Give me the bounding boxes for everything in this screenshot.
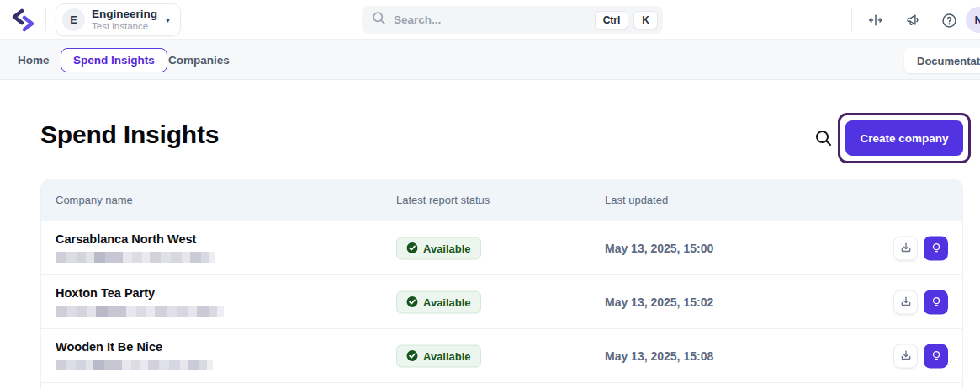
download-report-button[interactable]: [893, 236, 918, 260]
company-name: Carsablanca North West: [56, 232, 196, 246]
download-icon: [899, 296, 913, 309]
workspace-switcher[interactable]: E Engineering Test instance ▾: [56, 3, 181, 36]
lightbulb-icon: [930, 242, 943, 255]
redacted-text: [56, 306, 224, 317]
insights-button[interactable]: [924, 236, 948, 260]
column-company-name: Company name: [56, 194, 133, 206]
workspace-avatar: E: [62, 8, 85, 31]
table-search-icon[interactable]: [814, 129, 833, 147]
table-header: Company name Latest report status Last u…: [41, 179, 962, 221]
page-title: Spend Insights: [40, 120, 219, 149]
nav-item-spend-insights[interactable]: Spend Insights: [61, 48, 167, 72]
create-company-button[interactable]: Create company: [845, 120, 963, 156]
workspace-name: Engineering: [92, 8, 157, 21]
chevron-down-icon: ▾: [166, 15, 170, 24]
redacted-text: [56, 360, 213, 370]
check-circle-icon: [406, 296, 418, 308]
last-updated: May 13, 2025, 15:00: [605, 242, 713, 255]
user-avatar[interactable]: N: [966, 7, 980, 33]
megaphone-icon[interactable]: [903, 10, 923, 30]
search-icon: [372, 11, 386, 29]
lightbulb-icon: [930, 349, 943, 363]
app-logo-icon[interactable]: [10, 7, 37, 34]
panel-resize-icon[interactable]: [866, 10, 886, 30]
divider: [851, 8, 852, 31]
workspace-subtitle: Test instance: [92, 21, 148, 32]
insights-button[interactable]: [924, 344, 948, 368]
download-report-button[interactable]: [893, 344, 918, 368]
primary-nav: Home Spend Insights Companies Documentat…: [0, 40, 980, 80]
last-updated: May 13, 2025, 15:08: [605, 349, 713, 363]
divider: [45, 8, 46, 31]
status-badge: Available: [396, 290, 481, 313]
column-last-updated: Last updated: [605, 194, 668, 206]
lightbulb-icon: [930, 296, 943, 309]
status-badge: Available: [396, 237, 481, 259]
help-icon[interactable]: [939, 10, 959, 30]
shortcut-ctrl-key: Ctrl: [595, 11, 629, 29]
download-icon: [899, 242, 913, 255]
shortcut-k-key: K: [633, 11, 658, 29]
status-badge: Available: [396, 344, 481, 367]
redacted-text: [56, 252, 215, 263]
table-row: Carsablanca North West Available May 13,…: [41, 221, 962, 275]
documentation-button[interactable]: Documentation: [904, 48, 980, 73]
table-row: Hoxton Tea Party Available May 13, 2025,…: [41, 275, 962, 329]
check-circle-icon: [406, 350, 418, 362]
download-report-button[interactable]: [893, 290, 918, 314]
insights-button[interactable]: [924, 290, 948, 314]
check-circle-icon: [406, 242, 418, 254]
download-icon: [899, 349, 913, 363]
app: E Engineering Test instance ▾ Search... …: [0, 0, 980, 389]
search-placeholder: Search...: [394, 13, 595, 26]
column-report-status: Latest report status: [396, 194, 490, 206]
company-name: Hoxton Tea Party: [56, 286, 155, 300]
table-body: Carsablanca North West Available May 13,…: [41, 221, 962, 383]
companies-table: Company name Latest report status Last u…: [40, 179, 963, 389]
table-row: Wooden It Be Nice Available May 13, 2025…: [41, 329, 962, 383]
annotation-highlight: Create company: [838, 113, 971, 163]
company-name: Wooden It Be Nice: [56, 340, 162, 354]
nav-item-companies[interactable]: Companies: [168, 40, 230, 80]
topbar: E Engineering Test instance ▾ Search... …: [0, 0, 980, 40]
last-updated: May 13, 2025, 15:02: [605, 296, 713, 309]
global-search-input[interactable]: Search... Ctrl K: [362, 6, 663, 34]
nav-item-home[interactable]: Home: [18, 40, 50, 80]
